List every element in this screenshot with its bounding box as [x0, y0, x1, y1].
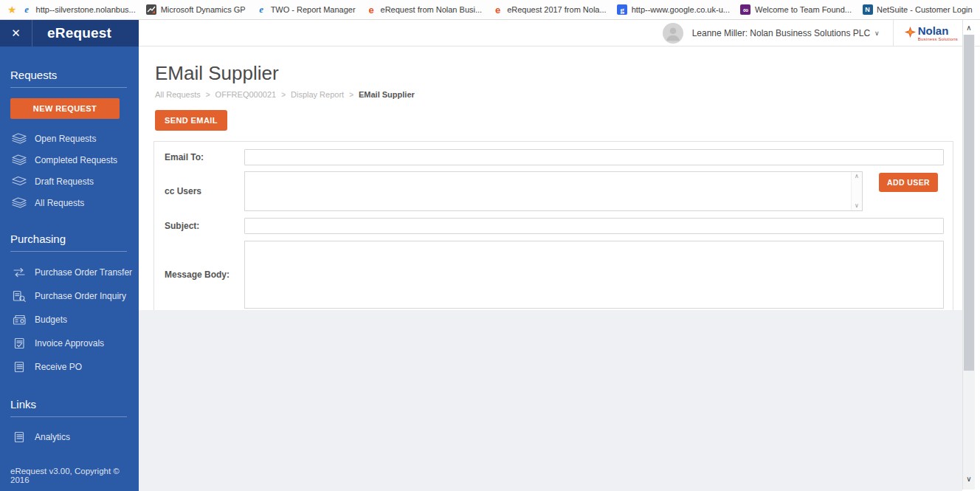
sidebar-item-all-requests[interactable]: All Requests: [10, 192, 139, 213]
sidebar-section-links: Links: [10, 398, 139, 411]
scrollbar-up-icon[interactable]: ∧: [963, 20, 975, 35]
sidebar-item-completed-requests[interactable]: Completed Requests: [10, 149, 139, 171]
cc-users-scrollbar[interactable]: ∧ ∨: [851, 172, 862, 210]
budgets-icon: [10, 314, 28, 326]
scroll-down-icon[interactable]: ∨: [855, 203, 859, 209]
message-body-label: Message Body:: [165, 269, 244, 280]
bookmark-label: eRequest from Nolan Busi...: [381, 5, 483, 14]
sidebar-item-open-requests[interactable]: Open Requests: [10, 128, 139, 149]
email-form-panel: Email To: cc Users ∧ ∨ ADD USER: [153, 141, 953, 318]
app-logo: eRequest: [47, 25, 111, 41]
sidebar-item-label: Draft Requests: [35, 176, 94, 187]
user-menu[interactable]: Leanne Miller: Nolan Business Solutions …: [663, 23, 880, 44]
cc-users-label: cc Users: [165, 186, 244, 196]
subject-label: Subject:: [165, 221, 244, 231]
sidebar-item-label: Budgets: [35, 315, 67, 325]
sidebar-item-label: Invoice Approvals: [35, 338, 104, 348]
breadcrumb-email-supplier: EMail Supplier: [344, 90, 415, 99]
sidebar-item-budgets[interactable]: Budgets: [10, 308, 139, 332]
bookmark-erequest-2017[interactable]: e eRequest 2017 from Nola...: [492, 4, 607, 16]
sidebar-item-label: Purchase Order Transfer: [35, 267, 132, 278]
brand-tagline: Business Solutions: [918, 37, 958, 41]
bookmark-google[interactable]: g http--www.google.co.uk-u...: [617, 4, 730, 16]
document-icon: [10, 431, 28, 443]
scrollbar-down-icon[interactable]: ∨: [963, 472, 975, 485]
scrollbar-thumb[interactable]: [964, 35, 974, 371]
requests-stack-icon: [10, 132, 28, 145]
page-title: EMail Supplier: [155, 62, 953, 85]
netsuite-icon: N: [863, 4, 873, 15]
sidebar-item-invoice-approvals[interactable]: Invoice Approvals: [10, 332, 139, 355]
invoice-check-icon: [10, 337, 28, 349]
bookmark-erequest[interactable]: e eRequest from Nolan Busi...: [366, 4, 483, 16]
browser-window: ★ e http--silverstone.nolanbus... Micros…: [0, 0, 980, 491]
cc-users-field: ∧ ∨: [244, 171, 863, 211]
sidebar-section-requests: Requests: [10, 69, 139, 81]
app-header-brand-area: ✕ eRequest: [0, 20, 139, 47]
email-to-row: Email To:: [165, 149, 944, 165]
cc-users-row: cc Users ∧ ∨ ADD USER: [165, 171, 944, 211]
subject-input[interactable]: [244, 218, 944, 234]
bookmark-dynamics-gp[interactable]: Microsoft Dynamics GP: [146, 4, 246, 16]
sidebar-item-draft-requests[interactable]: Draft Requests: [10, 171, 139, 192]
sidebar-section-purchasing: Purchasing: [10, 233, 139, 245]
team-foundation-icon: ∞: [740, 4, 750, 15]
bookmarks-bar: ★ e http--silverstone.nolanbus... Micros…: [0, 0, 980, 20]
nolan-logo: Nolan Business Solutions: [904, 25, 958, 41]
cc-users-textarea[interactable]: [244, 171, 863, 211]
ie-icon: e: [21, 4, 32, 16]
add-user-button[interactable]: ADD USER: [879, 173, 938, 192]
browser-scrollbar[interactable]: ∧ ∨: [962, 20, 975, 490]
sidebar: Requests NEW REQUEST Open Requests Compl…: [0, 47, 139, 491]
favorites-star-icon[interactable]: ★: [7, 4, 17, 15]
bookmark-silverstone[interactable]: e http--silverstone.nolanbus...: [21, 4, 136, 16]
bookmark-two-report-manager[interactable]: e TWO - Report Manager: [256, 4, 356, 16]
transfer-arrows-icon: [10, 267, 28, 278]
new-request-button[interactable]: NEW REQUEST: [10, 98, 120, 119]
user-name: Leanne Miller: Nolan Business Solutions …: [692, 28, 870, 38]
app-header: ✕ eRequest Leanne Miller: Nolan Business…: [0, 20, 980, 47]
version-copyright: eRequest v3.00, Copyright © 2016: [10, 467, 139, 484]
requests-stack-icon: [10, 175, 28, 188]
sidebar-item-purchase-order-transfer[interactable]: Purchase Order Transfer: [10, 261, 139, 284]
sidebar-purchasing-list: Purchase Order Transfer Purchase Order I…: [10, 261, 139, 379]
sidebar-item-purchase-order-inquiry[interactable]: Purchase Order Inquiry: [10, 284, 139, 308]
header-divider: [893, 20, 894, 47]
erequest-icon: e: [366, 4, 377, 16]
requests-stack-icon: [10, 196, 28, 209]
brand-name: Nolan: [918, 25, 958, 36]
sidebar-divider: [10, 251, 127, 252]
sidebar-item-label: Purchase Order Inquiry: [35, 291, 126, 301]
sidebar-divider: [10, 416, 127, 417]
close-icon[interactable]: ✕: [0, 20, 32, 47]
bookmark-label: http--silverstone.nolanbus...: [36, 5, 136, 14]
send-email-button[interactable]: SEND EMAIL: [155, 110, 227, 131]
email-to-input[interactable]: [244, 149, 944, 165]
main-content: EMail Supplier All Requests OFFREQ000021…: [139, 47, 962, 310]
bookmark-label: http--www.google.co.uk-u...: [632, 5, 730, 14]
bookmark-label: Microsoft Dynamics GP: [161, 5, 246, 14]
erequest-icon: e: [492, 4, 503, 16]
breadcrumb-offreq000021[interactable]: OFFREQ000021: [201, 90, 276, 99]
breadcrumb-all-requests[interactable]: All Requests: [155, 90, 201, 99]
sidebar-item-label: Receive PO: [35, 362, 82, 372]
sidebar-divider: [10, 87, 127, 88]
app-header-right: Leanne Miller: Nolan Business Solutions …: [139, 20, 980, 47]
sidebar-item-analytics[interactable]: Analytics: [10, 426, 139, 447]
message-body-textarea[interactable]: [244, 241, 944, 309]
avatar: [663, 23, 683, 44]
bookmark-netsuite[interactable]: N NetSuite - Customer Login: [862, 4, 973, 16]
breadcrumb-display-report[interactable]: Display Report: [276, 90, 344, 99]
email-to-label: Email To:: [165, 152, 244, 162]
document-search-icon: [10, 290, 28, 303]
sidebar-item-label: Open Requests: [35, 134, 96, 144]
bookmark-label: NetSuite - Customer Login: [877, 5, 973, 14]
sidebar-item-label: Completed Requests: [35, 155, 117, 165]
page-background: [139, 310, 962, 491]
dynamics-gp-icon: [146, 4, 157, 16]
sidebar-item-receive-po[interactable]: Receive PO: [10, 355, 139, 379]
google-icon: g: [617, 4, 627, 15]
scroll-up-icon[interactable]: ∧: [855, 174, 859, 179]
bookmark-team-foundation[interactable]: ∞ Welcome to Team Found...: [740, 4, 852, 16]
breadcrumb: All Requests OFFREQ000021 Display Report…: [155, 90, 953, 99]
